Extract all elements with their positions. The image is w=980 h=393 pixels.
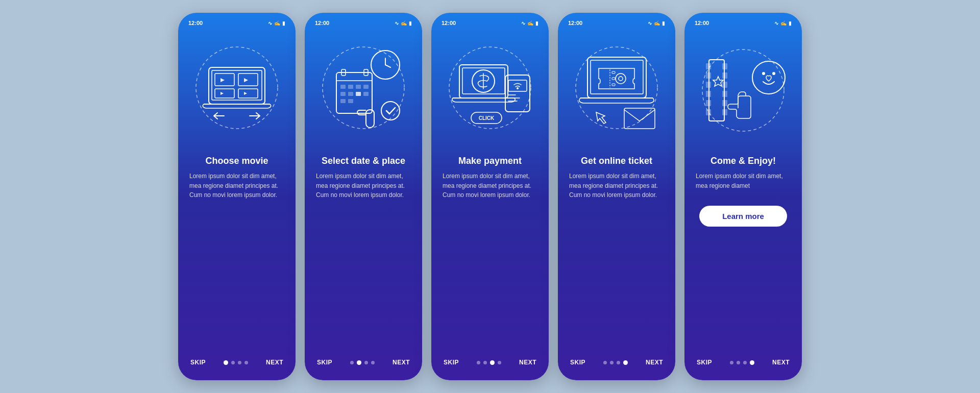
screen-title-3: Make payment [450,156,530,166]
svg-rect-59 [706,109,711,115]
svg-rect-21 [356,85,361,89]
bottom-nav-4: SKIP NEXT [558,359,675,380]
svg-point-36 [517,87,519,89]
svg-rect-62 [722,82,727,88]
signal-icon-5: ✍ [780,20,787,26]
svg-rect-58 [706,100,711,106]
dot-4-2 [617,361,620,364]
next-btn-2[interactable]: NEXT [393,359,410,366]
dots-1 [224,360,248,365]
status-icons-1: ∿ ✍ ▮ [268,20,285,26]
dot-2-2 [364,361,368,364]
screen-title-5: Come & Enjoy! [702,156,784,166]
signal-icon: ✍ [274,20,280,26]
dot-1-0 [224,360,228,365]
svg-rect-24 [348,92,353,96]
dot-5-0 [730,361,733,364]
status-icons-2: ∿ ✍ ▮ [395,20,412,26]
svg-rect-23 [340,92,346,96]
signal-icon-3: ✍ [527,20,533,26]
dot-3-0 [477,361,480,364]
dots-2 [350,360,375,365]
dot-1-3 [244,361,248,364]
svg-point-47 [619,77,623,81]
status-icons-5: ∿ ✍ ▮ [774,20,792,26]
next-btn-1[interactable]: NEXT [266,359,283,366]
svg-line-14 [385,65,390,67]
skip-btn-3[interactable]: SKIP [444,359,459,366]
skip-btn-1[interactable]: SKIP [190,359,206,366]
svg-marker-4 [220,78,225,82]
illustration-1 [188,34,285,152]
time-4: 12:00 [568,20,582,26]
svg-rect-53 [709,60,724,121]
svg-marker-6 [244,78,248,82]
svg-rect-63 [722,91,727,97]
svg-rect-55 [706,72,711,79]
status-icons-4: ∿ ✍ ▮ [648,20,665,26]
svg-text:CLICK: CLICK [479,115,495,121]
dot-1-1 [231,361,235,364]
svg-rect-48 [612,71,615,73]
skip-btn-4[interactable]: SKIP [570,359,585,366]
svg-rect-26 [363,92,369,96]
svg-rect-50 [612,84,615,86]
screen-get-ticket: 12:00 ∿ ✍ ▮ [558,13,675,380]
time-2: 12:00 [315,20,329,26]
svg-rect-57 [706,91,711,97]
svg-rect-28 [348,99,353,103]
next-btn-4[interactable]: NEXT [646,359,663,366]
screen-text-1: Lorem ipsum dolor sit dim amet, mea regi… [178,166,296,200]
screens-container: 12:00 ∿ ✍ ▮ [178,13,802,380]
time-1: 12:00 [188,20,203,26]
bottom-nav-1: SKIP NEXT [178,359,296,380]
status-bar-4: 12:00 ∿ ✍ ▮ [558,13,675,29]
status-bar-2: 12:00 ∿ ✍ ▮ [305,13,422,29]
dots-3 [477,360,501,365]
dot-5-2 [743,361,747,364]
battery-icon-2: ▮ [409,20,412,26]
learn-more-button[interactable]: Learn more [699,206,787,227]
svg-rect-56 [706,82,711,88]
time-3: 12:00 [442,20,456,26]
svg-rect-61 [722,72,727,79]
svg-rect-60 [722,63,727,69]
wifi-icon-3: ∿ [521,20,525,26]
time-5: 12:00 [695,20,709,26]
svg-point-67 [762,72,765,75]
svg-rect-43 [587,57,646,98]
svg-rect-27 [340,99,346,103]
screen-title-4: Get online ticket [573,156,660,166]
screen-title-2: Select date & place [313,156,413,166]
screen-text-2: Lorem ipsum dolor sit dim amet, mea regi… [305,166,422,200]
svg-rect-25 [356,92,361,96]
svg-rect-49 [612,78,615,80]
status-bar-5: 12:00 ∿ ✍ ▮ [684,13,802,29]
illustration-4 [568,34,665,152]
wifi-icon-5: ∿ [774,20,778,26]
skip-btn-5[interactable]: SKIP [697,359,712,366]
next-btn-3[interactable]: NEXT [519,359,536,366]
dot-2-0 [350,361,354,364]
illustration-5 [695,34,792,152]
wifi-icon-4: ∿ [648,20,652,26]
svg-rect-5 [238,73,258,86]
dot-1-2 [238,361,241,364]
screen-select-date: 12:00 ∿ ✍ ▮ [305,13,422,380]
skip-btn-2[interactable]: SKIP [317,359,332,366]
screen-text-5: Lorem ipsum dolor sit dim amet, mea regi… [684,166,802,190]
svg-rect-9 [238,89,258,98]
bottom-nav-2: SKIP NEXT [305,359,422,380]
dot-4-1 [610,361,614,364]
dot-4-0 [603,361,607,364]
svg-rect-64 [722,100,727,106]
bottom-nav-5: SKIP NEXT [684,359,802,380]
battery-icon-5: ▮ [789,20,792,26]
dot-3-2 [490,360,495,365]
illustration-2 [315,34,412,152]
svg-rect-20 [348,85,353,89]
svg-rect-22 [363,85,369,89]
wifi-icon-2: ∿ [395,20,399,26]
battery-icon: ▮ [282,20,285,26]
next-btn-5[interactable]: NEXT [772,359,790,366]
